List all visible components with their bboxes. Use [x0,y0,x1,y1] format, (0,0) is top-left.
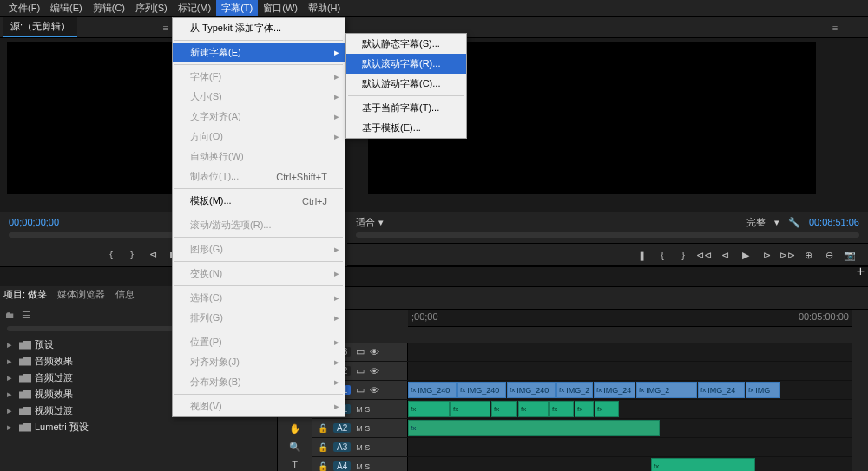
menu-序列(S)[interactable]: 序列(S) [130,0,173,16]
transport-button[interactable]: ⊲ [719,249,731,261]
audio-clip[interactable]: fx [408,420,660,436]
transport-button[interactable]: 📷 [844,249,856,261]
audio-clip[interactable]: fx [651,458,755,471]
menu-item: 视图(V) [173,396,345,416]
menu-item[interactable]: 新建字幕(E) [173,43,345,62]
tree-item[interactable]: ▸Lumetri 预设 [3,419,273,435]
fx-badge: fx [748,386,753,394]
timeline-tool[interactable]: ✋ [288,422,302,435]
audio-clip[interactable]: fx [549,401,574,417]
transport-button[interactable]: ▶ [740,249,752,261]
panel-menu-icon[interactable]: ≡ [832,23,838,33]
audio-clip[interactable]: fx [575,401,594,417]
eye-icon[interactable]: 👁 [370,385,379,396]
video-clip[interactable]: fxIMG_24 [698,382,745,398]
video-clip[interactable]: fxIMG_24 [594,382,635,398]
audio-clip[interactable]: fx [491,401,517,417]
src-transport-button[interactable]: } [126,248,138,260]
source-timecode: 00;00;00;00 [9,217,59,227]
menu-item: 选择(C) [173,288,345,308]
project-tab[interactable]: 项目: 做菜 [3,288,47,301]
menu-文件(F)[interactable]: 文件(F) [3,0,45,16]
new-bin-icon[interactable]: 🖿 [5,310,15,321]
menu-帮助(H)[interactable]: 帮助(H) [303,0,345,16]
menu-item: 滚动/游动选项(R)... [173,215,345,235]
fx-badge: fx [559,386,564,394]
transport-button[interactable]: ⊕ [802,249,814,261]
audio-track-header[interactable]: 🔒A4M S [312,457,408,471]
transport-button[interactable]: ⊳ [760,249,773,261]
menu-item: 排列(G) [173,308,345,328]
timeline-tool[interactable]: 🔍 [288,441,302,454]
toggle-output-icon[interactable]: ▭ [356,346,365,357]
fx-badge: fx [510,386,515,394]
eye-icon[interactable]: 👁 [370,347,379,357]
menu-剪辑(C)[interactable]: 剪辑(C) [88,0,130,16]
folder-icon [19,357,31,366]
transport-button[interactable]: ⊲⊲ [698,249,710,261]
transport-button[interactable]: ⊳⊳ [781,249,793,261]
lock-icon[interactable]: 🔒 [318,423,328,433]
program-scrubber[interactable] [356,232,859,238]
settings-icon[interactable]: 🔧 [788,217,800,228]
chevron-down-icon[interactable]: ▾ [774,217,779,228]
ruler-tick: ;00;00 [411,311,438,324]
video-clip[interactable]: fxIMG_2 [636,382,697,398]
folder-icon [19,390,31,399]
audio-clip[interactable]: fx [450,401,490,417]
menu-item: 变换(N) [173,264,345,284]
fx-badge: fx [453,405,458,413]
menu-item[interactable]: 从 Typekit 添加字体... [173,18,345,38]
quality-dropdown[interactable]: 完整 [746,216,766,229]
menu-窗口(W)[interactable]: 窗口(W) [258,0,303,16]
source-tab[interactable]: 源:（无剪辑） [3,17,77,37]
toggle-output-icon[interactable]: ▭ [356,384,365,396]
menu-item: 图形(G) [173,239,345,259]
lock-icon[interactable]: 🔒 [318,442,328,452]
eye-icon[interactable]: 👁 [370,366,379,376]
video-clip[interactable]: fxIMG_2 [556,382,593,398]
folder-icon [19,341,31,350]
menu-标记(M)[interactable]: 标记(M) [173,0,217,16]
submenu-item: 基于当前字幕(T)... [346,98,466,118]
video-clip[interactable]: fxIMG_240 [507,382,556,398]
project-tab[interactable]: 信息 [115,288,135,301]
src-transport-button[interactable]: ⊲ [147,248,159,260]
submenu-item[interactable]: 默认滚动字幕(R)... [346,54,466,74]
video-clip[interactable]: fxIMG [746,382,780,398]
audio-track-header[interactable]: 🔒A3M S [312,438,408,456]
fx-badge: fx [654,462,659,470]
audio-clip[interactable]: fx [518,401,549,417]
list-view-icon[interactable]: ☰ [22,310,30,321]
menu-item[interactable]: 模板(M)...Ctrl+J [173,191,345,211]
submenu-item[interactable]: 默认游动字幕(C)... [346,74,466,94]
audio-clip[interactable]: fx [408,401,450,417]
transport-button[interactable]: { [656,249,668,261]
menu-item: 自动换行(W) [173,147,345,167]
playhead[interactable] [786,327,786,471]
chevron-down-icon[interactable]: ▾ [378,217,384,228]
audio-clip[interactable]: fx [595,401,619,417]
submenu-item[interactable]: 默认静态字幕(S)... [346,34,466,54]
transport-button[interactable]: ⊖ [823,249,835,261]
menu-item: 分布对象(B) [173,372,345,392]
fx-badge: fx [521,405,526,413]
audio-track-header[interactable]: 🔒A2M S [312,419,408,437]
submenu-item[interactable]: 基于模板(E)... [346,118,466,138]
ruler-tick: 00:05:00:00 [799,311,849,324]
project-tab[interactable]: 媒体浏览器 [57,288,105,301]
add-button[interactable]: + [857,264,865,279]
toggle-output-icon[interactable]: ▭ [356,365,365,376]
fit-dropdown[interactable]: 适合 [356,216,375,229]
src-transport-button[interactable]: { [105,248,117,260]
video-clip[interactable]: fxIMG_240 [408,382,457,398]
video-clip[interactable]: fxIMG_240 [457,382,506,398]
fx-badge: fx [700,386,706,394]
menu-字幕(T)[interactable]: 字幕(T) [216,0,258,16]
lock-icon[interactable]: 🔒 [318,461,328,471]
transport-button[interactable]: } [677,249,689,261]
timeline-tool[interactable]: T [288,458,302,471]
transport-button[interactable]: ❚ [635,249,648,261]
menu-编辑(E)[interactable]: 编辑(E) [45,0,88,16]
fx-badge: fx [596,386,602,394]
